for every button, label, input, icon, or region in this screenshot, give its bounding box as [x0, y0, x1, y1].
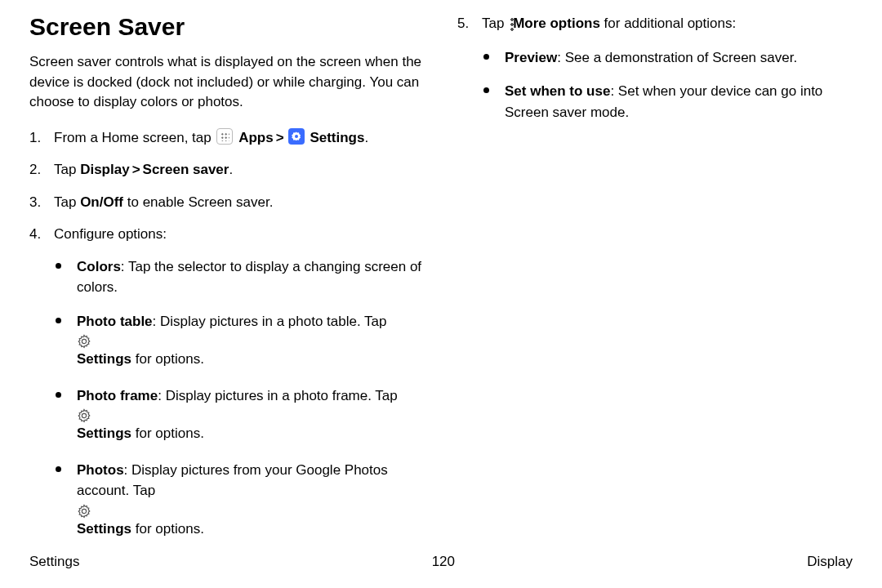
text: Tap	[54, 194, 80, 210]
text: for additional options:	[600, 16, 736, 31]
apps-label: Apps	[238, 130, 274, 145]
list-item: Set when to use: Set when your device ca…	[482, 81, 853, 122]
page-title: Screen Saver	[29, 13, 425, 41]
text: for options.	[131, 351, 204, 367]
steps-list: From a Home screen, tap Apps> Settings. …	[29, 127, 425, 542]
option-name: Set when to use	[505, 83, 610, 99]
text: for options.	[131, 521, 204, 537]
option-name: Photo frame	[77, 388, 158, 403]
text: : See a demonstration of Screen saver.	[557, 50, 797, 65]
text: Tap	[54, 162, 80, 177]
apps-icon	[216, 128, 233, 145]
option-name: Colors	[77, 259, 121, 274]
list-item: Photos: Display pictures from your Googl…	[54, 460, 425, 542]
step-5: Tap More options for additional options:…	[457, 13, 853, 122]
text: for options.	[131, 425, 204, 441]
settings-icon	[288, 128, 305, 145]
more-options-list: Preview: See a demonstration of Screen s…	[482, 47, 853, 123]
page-number: 120	[432, 554, 455, 570]
more-options-label: More options	[513, 16, 600, 31]
step-3: Tap On/Off to enable Screen saver.	[29, 192, 425, 213]
page-footer: Settings 120 Display	[29, 554, 853, 570]
footer-right: Display	[807, 554, 853, 570]
chevron-right-icon: >	[276, 127, 284, 149]
list-item: Preview: See a demonstration of Screen s…	[482, 47, 853, 69]
chevron-right-icon: >	[132, 159, 140, 180]
text: .	[229, 162, 233, 177]
text: Configure options:	[54, 226, 167, 242]
text: From a Home screen, tap	[54, 130, 215, 145]
settings-label: Settings	[77, 521, 131, 537]
list-item: Photo table: Display pictures in a photo…	[54, 311, 425, 372]
text: : Display pictures in a photo frame. Tap	[158, 388, 398, 403]
settings-label: Settings	[77, 425, 131, 441]
gear-icon	[77, 334, 425, 349]
text: : Display pictures from your Google Phot…	[77, 462, 388, 499]
step-1: From a Home screen, tap Apps> Settings.	[29, 127, 425, 149]
option-name: Preview	[505, 50, 557, 65]
display-label: Display	[80, 162, 129, 177]
text: Tap	[482, 16, 508, 31]
step-4: Configure options: Colors: Tap the selec…	[29, 224, 425, 541]
gear-icon	[77, 504, 425, 519]
options-list: Colors: Tap the selector to display a ch…	[54, 256, 425, 542]
screen-saver-label: Screen saver	[143, 162, 229, 177]
intro-text: Screen saver controls what is displayed …	[29, 52, 425, 113]
settings-label: Settings	[310, 130, 364, 145]
gear-icon	[77, 408, 425, 423]
text: to enable Screen saver.	[123, 194, 273, 210]
list-item: Colors: Tap the selector to display a ch…	[54, 256, 425, 298]
step-2: Tap Display>Screen saver.	[29, 159, 425, 180]
option-name: Photo table	[77, 314, 153, 329]
list-item: Photo frame: Display pictures in a photo…	[54, 385, 425, 447]
onoff-label: On/Off	[80, 194, 123, 210]
steps-list-continued: Tap More options for additional options:…	[457, 13, 853, 122]
option-name: Photos	[77, 462, 124, 478]
footer-left: Settings	[29, 554, 79, 570]
settings-label: Settings	[77, 351, 131, 367]
text: : Tap the selector to display a changing…	[77, 259, 421, 296]
text: .	[364, 130, 368, 145]
text: : Display pictures in a photo table. Tap	[153, 314, 387, 329]
